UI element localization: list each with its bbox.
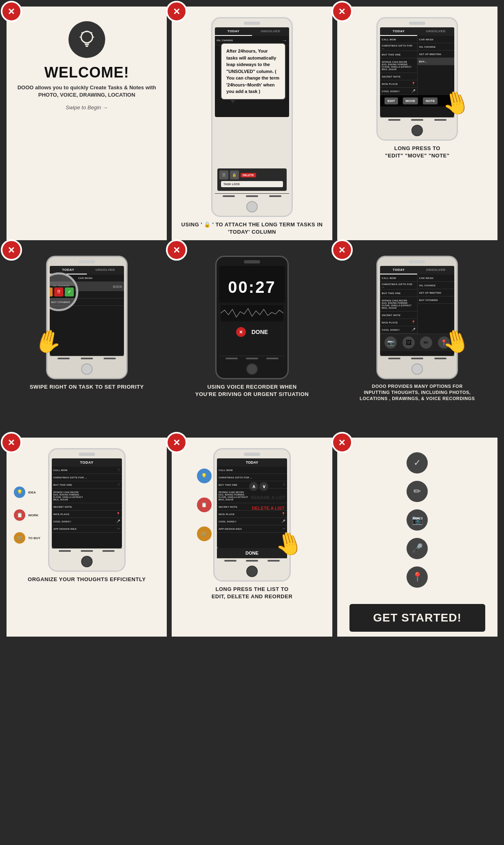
note-btn[interactable]: NOTE: [423, 97, 438, 104]
cell-unsolved: × TODAY UNSOLVED OIL CHANGE → After 24ho…: [172, 7, 332, 240]
tr-cake-io[interactable]: SPONGE CAKE RECIPE EGG, BAKING POWDER, F…: [380, 297, 417, 312]
caption-list-edit: LONG PRESS THE LIST TOEDIT, DELETE AND R…: [210, 586, 294, 600]
tr-ad-o[interactable]: APP DESIGN IDEA✏: [52, 525, 122, 533]
tr-secret-io[interactable]: SECRET NOTE: [380, 312, 417, 319]
x-badge-long-press: ×: [332, 1, 353, 22]
tab-unsolved-io[interactable]: UNSOLVED: [417, 266, 454, 274]
tr-cm-le[interactable]: CALL MOM: [217, 467, 287, 474]
cell-input-options: × TODAY UNSOLVED CALL MOM CHRISTMAS GIFT…: [337, 245, 497, 433]
tab-unsolved-sp[interactable]: UNSOLVED: [87, 266, 124, 274]
phone-bottom-bar-sp: [50, 356, 124, 361]
tr-nice[interactable]: NICE PLACE📍: [380, 80, 417, 88]
x-badge-swipe: ×: [1, 239, 22, 261]
swipe-begin-label[interactable]: Swipe to Begin →: [66, 104, 108, 111]
tr-cake[interactable]: SPONGE CAKE RECIPE EGG, BAKING POWDER, F…: [380, 58, 417, 73]
today-le: TODAY: [219, 460, 285, 465]
tr-nice-io[interactable]: NICE PLACE📍: [380, 319, 417, 326]
caption-input: DOOO PROVIDES MANY OPTIONS FORINPUTTING …: [358, 383, 477, 402]
tr-buy-io[interactable]: BUY THIS ONE: [380, 290, 417, 297]
tab-bar-io: TODAY UNSOLVED: [380, 266, 454, 274]
tr-xm-le[interactable]: CHRISTMAS GIFTS FOR ...: [217, 474, 287, 481]
tr-sc-o[interactable]: SPONGE CAKE RECIPE EGG, BAKING POWDER, F…: [52, 489, 122, 503]
delete-list-btn[interactable]: DELETE A LIST: [249, 504, 287, 512]
delete-button[interactable]: DELETE: [241, 173, 256, 177]
tr-bt-o[interactable]: BUY THIS ONE☰: [52, 481, 122, 489]
phone-home-btn[interactable]: [246, 201, 258, 212]
edit-btn[interactable]: EDIT: [385, 97, 398, 104]
phone-notch-le: [244, 453, 260, 456]
tr-bv-io[interactable]: BUY VITAMINS: [418, 296, 455, 304]
category-labels: 💡 IDEA 📋 WORK 🛒 TO BUY: [14, 487, 40, 544]
tr-xmas[interactable]: CHRISTMAS GIFTS FOR ...: [380, 43, 417, 51]
phone-swipe: TODAY UNSOLVED ! !! ✓ CAR WASH: [46, 252, 128, 379]
tab-unsolved[interactable]: UNSOLVED: [252, 27, 289, 36]
phone-home-le[interactable]: [246, 566, 258, 577]
tr-xmas-io[interactable]: CHRISTMAS GIFTS FOR ...: [380, 282, 417, 290]
tab-today-lp[interactable]: TODAY: [380, 27, 417, 36]
tobuy-icon: 🛒: [14, 532, 25, 544]
cell-organize: × TODAY CALL MOM☰ CHRISTMAS GIFTS FOR ..…: [7, 438, 167, 637]
phone-home-sp[interactable]: [81, 363, 93, 375]
phone-bottom-bar: [215, 193, 289, 199]
idea-icon-le: 💡: [197, 469, 212, 483]
priority-high[interactable]: !!: [54, 288, 63, 296]
tr-buyvit[interactable]: BUY...: [418, 58, 455, 65]
tab-today-io[interactable]: TODAY: [380, 266, 417, 274]
tobuy-le: TO BUY: [200, 542, 210, 545]
task-lock-row: TASK LOCK: [221, 181, 283, 187]
done-btn[interactable]: DONE: [252, 329, 268, 335]
caption-swipe: SWIPE RIGHT ON TASK TO SET PRIORITY: [28, 383, 146, 391]
cell-get-started: × ✓ ✏ 📷 🎤 📍 GET STARTED!: [337, 438, 497, 637]
svg-rect-3: [86, 46, 88, 47]
tr-ad-le[interactable]: APP DESIGN IDEA✏: [217, 525, 287, 533]
tr-cs-o[interactable]: COOL SONG!!🎤: [52, 518, 122, 525]
welcome-title: WELCOME!: [44, 65, 129, 80]
tr-call-mom[interactable]: CALL MOM: [380, 36, 417, 43]
tab-today[interactable]: TODAY: [215, 27, 252, 36]
tr-buy[interactable]: BUY THIS ONE: [380, 51, 417, 58]
tr-callmom-io[interactable]: CALL MOM: [380, 274, 417, 282]
priority-low[interactable]: !: [50, 288, 53, 296]
tobuy-icon-le: 🛒: [197, 526, 212, 541]
tr-cool[interactable]: COOL SONG!!🎤: [380, 88, 417, 95]
draw-btn[interactable]: ✏: [420, 336, 432, 349]
tr-oilchange[interactable]: OIL CHANGE: [418, 43, 455, 51]
cell-voice: × 00:27 × DONE: [172, 245, 332, 433]
tr-carwash[interactable]: CAR WASH: [418, 36, 455, 43]
tr-sn-o[interactable]: SECRET NOTE: [52, 503, 122, 511]
idea-label: IDEA: [28, 491, 36, 494]
phone-voice: 00:27 × DONE: [215, 252, 289, 379]
tr-cs-le[interactable]: COOL SONG!!🎤: [217, 518, 287, 525]
tr-xm-o[interactable]: CHRISTMAS GIFTS FOR ...: [52, 474, 122, 481]
mic-icon: 🎤: [407, 538, 428, 559]
get-started-button[interactable]: GET STARTED!: [349, 604, 485, 632]
tab-unsolved-lp[interactable]: UNSOLVED: [417, 27, 454, 36]
arrow-down[interactable]: ∨: [259, 482, 268, 491]
tr-np-o[interactable]: NICE PLACE📍: [52, 511, 122, 518]
tr-oc-io[interactable]: OIL CHANGE: [418, 282, 455, 289]
tr-cm-o[interactable]: CALL MOM☰: [52, 467, 122, 474]
tr-cool-io[interactable]: COOL SONG!!🎤: [380, 326, 417, 334]
tab-bar-lp: TODAY UNSOLVED: [380, 27, 454, 36]
photo-btn[interactable]: 📷: [385, 336, 397, 349]
phone-home-lp[interactable]: [411, 125, 423, 136]
priority-done[interactable]: ✓: [65, 288, 74, 296]
image-btn[interactable]: 🖼: [402, 336, 415, 349]
category-labels-le: 💡 IDEA 📋 WORK 🛒 TO BUY: [197, 469, 213, 545]
tr-secret[interactable]: SECRET NOTE: [380, 73, 417, 80]
tr-cw-io[interactable]: CAR WASH: [418, 274, 455, 282]
phone-home-org[interactable]: [81, 556, 93, 567]
rename-list-btn[interactable]: RENAME A LIST: [249, 493, 287, 502]
location-icon: 📍: [407, 566, 428, 588]
phone-home-io[interactable]: [411, 363, 423, 375]
phone-notch: [409, 22, 425, 25]
arrow-up[interactable]: ∧: [249, 482, 258, 491]
x-badge-org: ×: [1, 432, 22, 453]
cancel-record-btn[interactable]: ×: [236, 327, 246, 337]
tr-meeting[interactable]: SET UP MEETING: [418, 51, 455, 58]
cell-welcome: × WELCOME! DOOO allows you to quickly Cr…: [7, 7, 167, 240]
move-btn[interactable]: MOVE: [403, 97, 418, 104]
tr-sm-io[interactable]: SET UP MEETING: [418, 289, 455, 296]
phone-unsolved: TODAY UNSOLVED OIL CHANGE → After 24hour…: [211, 13, 293, 217]
phone-home-v[interactable]: [246, 363, 258, 375]
